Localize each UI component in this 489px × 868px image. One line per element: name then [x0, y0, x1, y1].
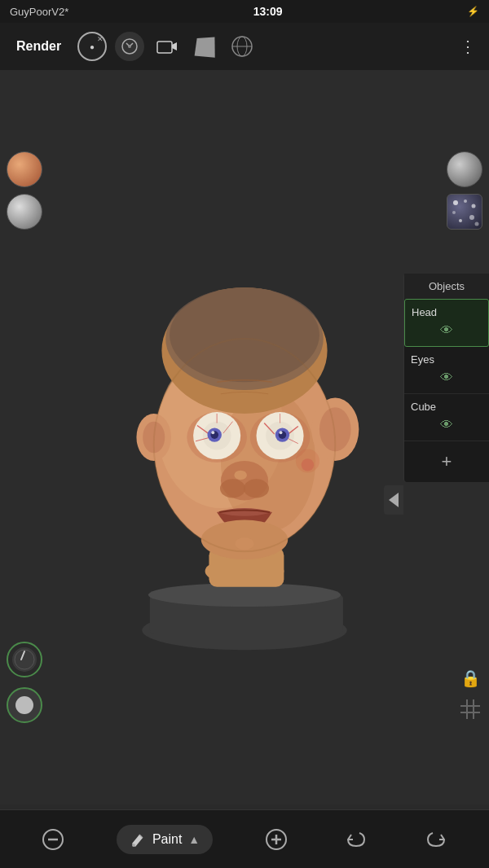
object-eye-eyes[interactable]: 👁 — [411, 367, 482, 388]
color-swatch-right-top[interactable] — [447, 151, 482, 187]
visibility-icon-head[interactable]: 👁 — [440, 323, 453, 338]
paint-mode-button[interactable]: Paint ▲ — [117, 825, 213, 854]
object-name-eyes: Eyes — [411, 352, 482, 367]
camera-icon[interactable] — [152, 32, 182, 61]
slider-dot — [15, 696, 33, 714]
more-menu-icon[interactable]: ⋮ — [455, 33, 481, 59]
object-item-cube[interactable]: Cube 👁 — [404, 394, 489, 441]
svg-point-52 — [464, 199, 467, 203]
paint-chevron-icon: ▲ — [188, 833, 200, 846]
zoom-in-button[interactable] — [260, 823, 293, 856]
svg-point-45 — [234, 471, 246, 480]
dial-inner — [12, 647, 37, 672]
svg-point-53 — [472, 204, 476, 208]
redo-button[interactable] — [420, 823, 452, 856]
bottom-toolbar: Paint ▲ — [0, 809, 489, 868]
add-object-button[interactable]: + — [404, 441, 489, 482]
add-icon: + — [442, 451, 452, 472]
svg-point-32 — [211, 431, 214, 434]
svg-point-49 — [302, 458, 314, 471]
svg-marker-58 — [389, 493, 399, 507]
svg-point-44 — [244, 479, 269, 498]
svg-point-1 — [128, 45, 131, 48]
svg-point-43 — [220, 479, 245, 498]
top-toolbar: Render ● ✕ ⋮ — [0, 23, 489, 70]
svg-rect-2 — [157, 42, 172, 53]
right-swatches — [447, 151, 482, 230]
status-time: 13:09 — [253, 5, 283, 18]
slider-control[interactable] — [7, 687, 42, 723]
visibility-icon-eyes[interactable]: 👁 — [440, 370, 453, 385]
bottom-right-controls: 🔒 — [460, 669, 481, 723]
globe-icon[interactable] — [227, 32, 257, 61]
bottom-left-controls — [7, 642, 42, 723]
svg-point-55 — [469, 215, 474, 220]
grid-icon[interactable] — [460, 699, 481, 723]
undo-button[interactable] — [340, 823, 372, 856]
box-icon[interactable] — [190, 32, 219, 61]
object-eye-cube[interactable]: 👁 — [411, 414, 482, 436]
object-item-head[interactable]: Head 👁 — [404, 299, 489, 347]
app-name: GuyPoorV2* — [10, 6, 68, 18]
object-item-eyes[interactable]: Eyes 👁 — [404, 347, 489, 394]
objects-panel: Objects Head 👁 Eyes 👁 Cube 👁 + — [403, 274, 489, 482]
rotate-icon[interactable] — [115, 32, 144, 61]
render-button[interactable]: Render — [8, 36, 69, 57]
svg-point-67 — [132, 844, 135, 847]
left-swatches — [7, 151, 42, 230]
battery-icon: ⚡ — [467, 6, 479, 17]
objects-panel-header: Objects — [404, 274, 489, 299]
svg-point-56 — [459, 219, 462, 222]
zoom-out-button[interactable] — [37, 823, 69, 856]
svg-line-60 — [21, 651, 24, 660]
svg-point-54 — [452, 211, 456, 214]
svg-point-47 — [235, 537, 253, 550]
record-icon[interactable]: ● ✕ — [77, 32, 107, 61]
object-eye-head[interactable]: 👁 — [412, 320, 482, 341]
svg-marker-3 — [172, 42, 177, 50]
dial-control[interactable] — [7, 642, 42, 677]
color-swatch-primary[interactable] — [7, 151, 42, 187]
panel-collapse-button[interactable] — [384, 485, 403, 515]
main-canvas: Objects Head 👁 Eyes 👁 Cube 👁 + — [0, 70, 489, 804]
color-swatch-secondary[interactable] — [7, 194, 42, 230]
svg-point-21 — [170, 287, 319, 382]
svg-point-57 — [475, 222, 479, 226]
lock-icon[interactable]: 🔒 — [460, 669, 481, 688]
object-name-cube: Cube — [411, 399, 482, 414]
paint-label: Paint — [152, 832, 182, 847]
color-swatch-right-bottom[interactable] — [447, 194, 482, 230]
svg-point-41 — [280, 431, 283, 434]
visibility-icon-cube[interactable]: 👁 — [440, 418, 453, 432]
object-name-head: Head — [412, 305, 482, 320]
svg-point-51 — [453, 200, 458, 205]
status-bar: GuyPoorV2* 13:09 ⚡ — [0, 0, 489, 23]
